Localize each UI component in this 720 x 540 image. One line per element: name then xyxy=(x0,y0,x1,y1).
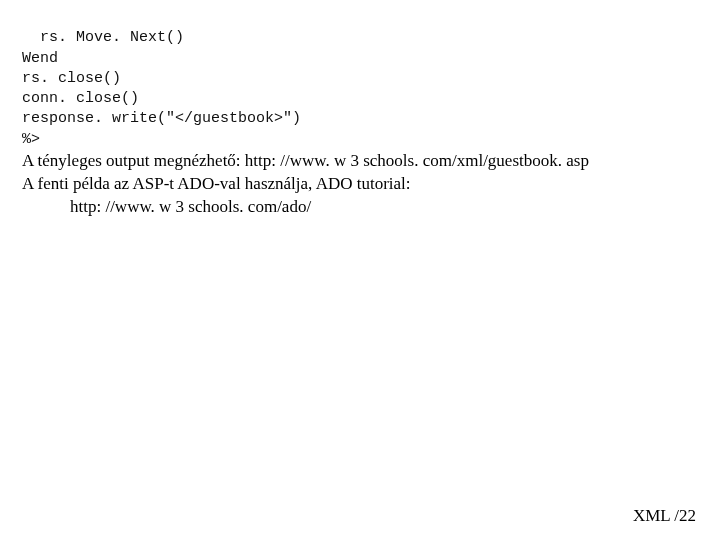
prose-line: A tényleges output megnézhető: http: //w… xyxy=(22,151,589,170)
code-line: rs. close() xyxy=(22,70,121,87)
code-line: conn. close() xyxy=(22,90,139,107)
prose-line: http: //www. w 3 schools. com/ado/ xyxy=(22,197,311,216)
code-line: %> xyxy=(22,131,40,148)
code-line: Wend xyxy=(22,50,58,67)
code-line: rs. Move. Next() xyxy=(22,29,184,46)
footer-page-label: XML /22 xyxy=(633,506,696,526)
prose-line: A fenti példa az ASP-t ADO-val használja… xyxy=(22,174,411,193)
code-line: response. write("</guestbook>") xyxy=(22,110,301,127)
slide-content: rs. Move. Next() Wend rs. close() conn. … xyxy=(22,8,698,219)
code-block: rs. Move. Next() Wend rs. close() conn. … xyxy=(22,8,698,150)
prose-block: A tényleges output megnézhető: http: //w… xyxy=(22,150,698,219)
